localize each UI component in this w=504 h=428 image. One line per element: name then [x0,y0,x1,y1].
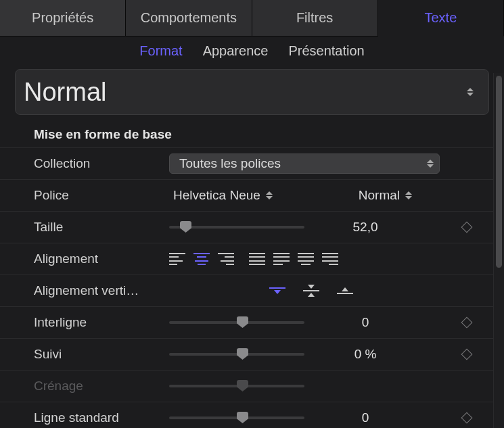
tracking-value[interactable]: 0 % [311,347,419,362]
scrollbar-thumb[interactable] [496,76,502,268]
row-collection: Collection Toutes les polices [0,147,504,179]
chevron-updown-icon [467,88,474,96]
valign-middle-icon[interactable] [303,284,319,298]
keyframe-icon[interactable] [461,317,473,329]
keyframe-icon[interactable] [461,222,473,233]
label-valign: Alignement verti… [34,283,169,298]
slider-thumb [237,380,248,391]
valign-top-icon[interactable] [269,284,285,298]
size-value[interactable]: 52,0 [311,220,419,235]
slider-thumb[interactable] [180,221,191,233]
subtab-appearance[interactable]: Apparence [203,43,269,59]
label-font: Police [34,188,169,203]
leading-slider[interactable] [169,318,304,327]
row-alignment: Alignement [0,243,504,275]
tab-text[interactable]: Texte [378,0,504,37]
collection-popup[interactable]: Toutes les polices [169,153,440,174]
label-size: Taille [34,220,169,235]
row-font: Police Helvetica Neue Normal [0,179,504,211]
font-family-combo[interactable]: Helvetica Neue [173,188,273,203]
alignment-buttons [169,253,338,265]
row-size: Taille 52,0 [0,211,504,243]
justify-last-right-icon[interactable] [322,253,338,265]
label-baseline: Ligne standard [34,410,169,425]
keyframe-icon[interactable] [461,349,473,360]
row-kerning: Crénage [0,370,504,402]
chevron-updown-icon [405,191,412,199]
text-subtabs: Format Apparence Présentation [0,37,504,65]
chevron-updown-icon [266,191,273,199]
slider-thumb[interactable] [237,412,248,423]
preset-label: Normal [24,78,106,107]
tracking-slider[interactable] [169,350,304,359]
size-slider[interactable] [169,222,304,232]
keyframe-icon[interactable] [461,412,473,424]
justify-last-center-icon[interactable] [298,253,314,265]
preset-popup[interactable]: Normal [15,69,489,115]
justify-full-icon[interactable] [249,253,265,265]
collection-value: Toutes les polices [179,156,281,171]
baseline-slider[interactable] [169,413,304,423]
justify-last-left-icon[interactable] [273,253,290,265]
baseline-value[interactable]: 0 [311,410,419,425]
font-style-combo[interactable]: Normal [359,188,412,203]
tab-behaviors[interactable]: Comportements [126,0,252,37]
inspector-tabs: Propriétés Comportements Filtres Texte [0,0,504,37]
kerning-slider [169,381,304,391]
label-leading: Interligne [34,315,169,330]
align-left-icon[interactable] [169,253,185,265]
row-valign: Alignement verti… [0,275,504,306]
subtab-format[interactable]: Format [139,43,182,59]
label-kerning: Crénage [34,379,169,394]
tab-properties[interactable]: Propriétés [0,0,126,37]
valign-bottom-icon[interactable] [337,284,353,298]
align-center-icon[interactable] [193,253,210,265]
chevron-updown-icon [427,160,434,168]
align-right-icon[interactable] [218,253,234,265]
label-alignment: Alignement [34,252,169,266]
row-tracking: Suivi 0 % [0,338,504,370]
label-tracking: Suivi [34,347,169,362]
row-baseline: Ligne standard 0 [0,402,504,428]
section-basic-formatting: Mise en forme de base [0,127,504,147]
font-style-value: Normal [359,188,400,203]
tab-filters[interactable]: Filtres [252,0,378,37]
leading-value[interactable]: 0 [311,315,419,330]
label-collection: Collection [34,156,169,171]
slider-thumb[interactable] [237,348,248,360]
row-leading: Interligne 0 [0,306,504,338]
scrollbar[interactable] [493,73,504,428]
subtab-layout[interactable]: Présentation [288,43,364,59]
slider-thumb[interactable] [237,316,248,328]
font-family-value: Helvetica Neue [173,188,260,203]
